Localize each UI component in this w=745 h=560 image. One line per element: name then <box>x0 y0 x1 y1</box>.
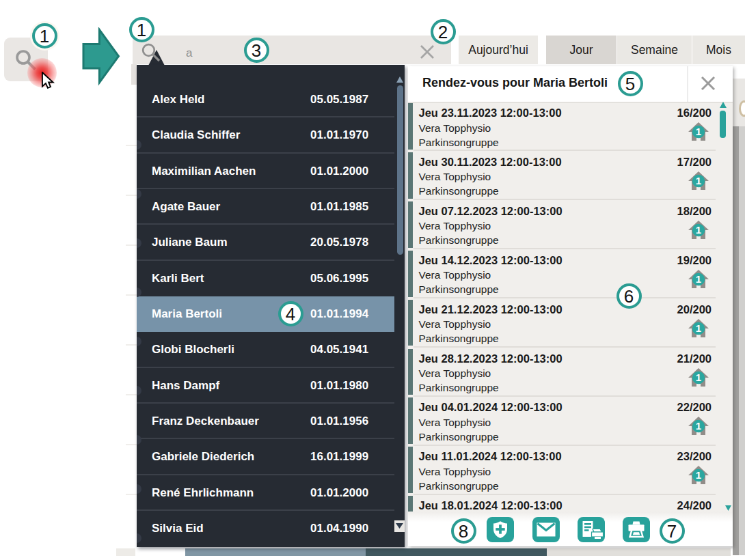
svg-text:1: 1 <box>695 470 701 481</box>
svg-text:1: 1 <box>695 273 701 285</box>
svg-text:1: 1 <box>695 126 701 137</box>
svg-text:1: 1 <box>695 372 701 383</box>
svg-text:1: 1 <box>695 224 701 236</box>
svg-text:1: 1 <box>695 175 701 186</box>
svg-text:1: 1 <box>695 421 701 432</box>
svg-text:1: 1 <box>695 322 701 334</box>
